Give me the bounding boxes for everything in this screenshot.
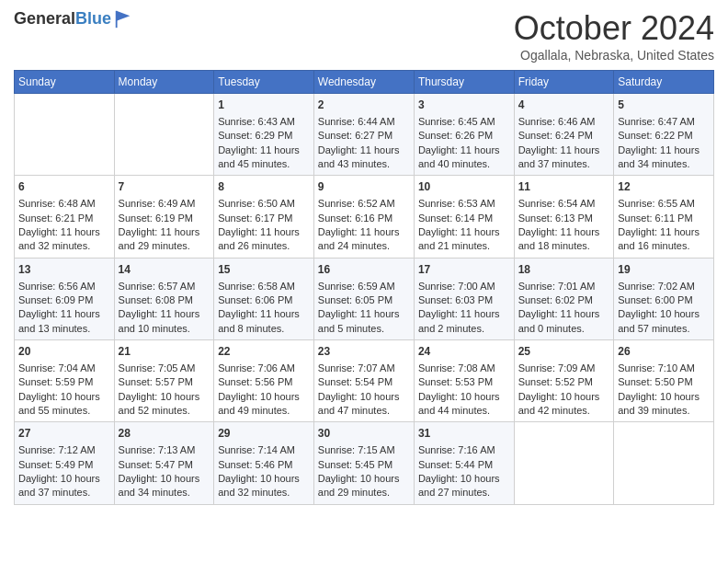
day-number: 26 <box>618 344 710 360</box>
calendar-header-tuesday: Tuesday <box>214 71 314 94</box>
calendar-cell <box>614 422 714 504</box>
day-info: Sunset: 5:53 PM <box>418 375 510 389</box>
day-number: 18 <box>518 262 610 278</box>
day-info: Daylight: 10 hours and 52 minutes. <box>119 390 210 419</box>
month-title: October 2024 <box>514 9 714 48</box>
day-info: Sunset: 6:24 PM <box>518 129 610 143</box>
calendar-cell: 9Sunrise: 6:52 AMSunset: 6:16 PMDaylight… <box>313 176 414 258</box>
day-info: Sunset: 5:49 PM <box>18 458 110 472</box>
calendar-cell: 1Sunrise: 6:43 AMSunset: 6:29 PMDaylight… <box>214 94 314 176</box>
day-info: Daylight: 10 hours and 34 minutes. <box>119 472 210 500</box>
day-info: Sunset: 5:46 PM <box>218 458 310 472</box>
day-number: 8 <box>218 179 310 195</box>
day-info: Sunset: 5:54 PM <box>318 375 410 389</box>
day-info: Daylight: 11 hours and 8 minutes. <box>218 307 310 336</box>
day-info: Sunset: 6:11 PM <box>618 212 710 225</box>
day-info: Sunrise: 6:58 AM <box>218 280 310 293</box>
calendar-cell: 19Sunrise: 7:02 AMSunset: 6:00 PMDayligh… <box>614 258 714 339</box>
day-info: Daylight: 10 hours and 37 minutes. <box>18 472 110 500</box>
day-info: Sunset: 6:27 PM <box>318 129 410 143</box>
calendar-cell: 16Sunrise: 6:59 AMSunset: 6:05 PMDayligh… <box>313 258 414 339</box>
calendar-week-row: 27Sunrise: 7:12 AMSunset: 5:49 PMDayligh… <box>15 422 714 504</box>
day-info: Sunrise: 6:54 AM <box>518 197 610 211</box>
calendar-cell <box>114 94 214 176</box>
day-number: 15 <box>218 262 310 278</box>
calendar-cell: 18Sunrise: 7:01 AMSunset: 6:02 PMDayligh… <box>514 258 614 339</box>
calendar-cell: 2Sunrise: 6:44 AMSunset: 6:27 PMDaylight… <box>313 94 414 176</box>
day-info: Sunrise: 7:16 AM <box>418 443 510 457</box>
day-info: Sunset: 5:59 PM <box>18 375 110 389</box>
calendar-cell: 13Sunrise: 6:56 AMSunset: 6:09 PMDayligh… <box>15 258 115 339</box>
day-info: Daylight: 10 hours and 42 minutes. <box>518 390 610 419</box>
day-number: 5 <box>618 98 710 113</box>
day-info: Sunrise: 7:07 AM <box>318 362 410 375</box>
calendar-cell: 21Sunrise: 7:05 AMSunset: 5:57 PMDayligh… <box>114 340 214 422</box>
day-info: Sunrise: 7:06 AM <box>218 362 310 375</box>
calendar-cell: 30Sunrise: 7:15 AMSunset: 5:45 PMDayligh… <box>313 422 414 504</box>
calendar-week-row: 13Sunrise: 6:56 AMSunset: 6:09 PMDayligh… <box>15 258 714 339</box>
day-info: Sunrise: 7:05 AM <box>119 362 210 375</box>
day-number: 2 <box>318 98 410 113</box>
day-number: 23 <box>318 344 410 360</box>
day-info: Sunset: 5:57 PM <box>119 375 210 389</box>
day-info: Sunrise: 6:59 AM <box>318 280 410 293</box>
day-info: Sunrise: 6:48 AM <box>18 197 110 211</box>
day-number: 14 <box>119 262 210 278</box>
calendar-cell: 27Sunrise: 7:12 AMSunset: 5:49 PMDayligh… <box>15 422 115 504</box>
calendar-cell: 23Sunrise: 7:07 AMSunset: 5:54 PMDayligh… <box>313 340 414 422</box>
day-info: Daylight: 11 hours and 37 minutes. <box>518 144 610 172</box>
logo: GeneralBlue <box>14 9 133 29</box>
day-info: Daylight: 11 hours and 26 minutes. <box>218 225 310 254</box>
day-info: Daylight: 11 hours and 13 minutes. <box>18 307 110 336</box>
day-info: Sunrise: 6:56 AM <box>18 280 110 293</box>
day-info: Sunrise: 7:10 AM <box>618 362 710 375</box>
day-info: Daylight: 11 hours and 18 minutes. <box>518 225 610 254</box>
day-number: 16 <box>318 262 410 278</box>
day-info: Sunrise: 7:13 AM <box>119 443 210 457</box>
day-number: 17 <box>418 262 510 278</box>
day-info: Daylight: 11 hours and 24 minutes. <box>318 225 410 254</box>
day-info: Sunset: 6:19 PM <box>119 212 210 225</box>
day-info: Sunset: 6:05 PM <box>318 293 410 307</box>
day-info: Daylight: 11 hours and 32 minutes. <box>18 225 110 254</box>
day-info: Daylight: 10 hours and 39 minutes. <box>618 390 710 419</box>
calendar-cell: 15Sunrise: 6:58 AMSunset: 6:06 PMDayligh… <box>214 258 314 339</box>
calendar-cell: 29Sunrise: 7:14 AMSunset: 5:46 PMDayligh… <box>214 422 314 504</box>
day-info: Daylight: 11 hours and 29 minutes. <box>119 225 210 254</box>
calendar-cell: 10Sunrise: 6:53 AMSunset: 6:14 PMDayligh… <box>414 176 514 258</box>
calendar-cell: 3Sunrise: 6:45 AMSunset: 6:26 PMDaylight… <box>414 94 514 176</box>
day-info: Sunrise: 7:09 AM <box>518 362 610 375</box>
day-info: Daylight: 10 hours and 57 minutes. <box>618 307 710 336</box>
location-text: Ogallala, Nebraska, United States <box>514 48 714 63</box>
day-info: Sunset: 6:17 PM <box>218 212 310 225</box>
calendar-header-thursday: Thursday <box>414 71 514 94</box>
calendar-week-row: 20Sunrise: 7:04 AMSunset: 5:59 PMDayligh… <box>15 340 714 422</box>
day-info: Sunset: 5:45 PM <box>318 458 410 472</box>
day-info: Sunrise: 6:44 AM <box>318 115 410 129</box>
calendar-cell: 22Sunrise: 7:06 AMSunset: 5:56 PMDayligh… <box>214 340 314 422</box>
day-info: Sunset: 6:29 PM <box>218 129 310 143</box>
day-info: Sunrise: 6:52 AM <box>318 197 410 211</box>
calendar-cell: 20Sunrise: 7:04 AMSunset: 5:59 PMDayligh… <box>15 340 115 422</box>
calendar-cell: 5Sunrise: 6:47 AMSunset: 6:22 PMDaylight… <box>614 94 714 176</box>
calendar-cell: 11Sunrise: 6:54 AMSunset: 6:13 PMDayligh… <box>514 176 614 258</box>
day-info: Daylight: 11 hours and 34 minutes. <box>618 144 710 172</box>
calendar-cell: 4Sunrise: 6:46 AMSunset: 6:24 PMDaylight… <box>514 94 614 176</box>
calendar-cell: 14Sunrise: 6:57 AMSunset: 6:08 PMDayligh… <box>114 258 214 339</box>
calendar-week-row: 1Sunrise: 6:43 AMSunset: 6:29 PMDaylight… <box>15 94 714 176</box>
day-info: Sunrise: 7:12 AM <box>18 443 110 457</box>
calendar-cell: 28Sunrise: 7:13 AMSunset: 5:47 PMDayligh… <box>114 422 214 504</box>
logo-blue-text: Blue <box>75 9 111 28</box>
page-header: GeneralBlue October 2024 Ogallala, Nebra… <box>14 9 714 63</box>
day-info: Daylight: 11 hours and 43 minutes. <box>318 144 410 172</box>
svg-marker-0 <box>117 11 131 21</box>
day-info: Sunrise: 6:46 AM <box>518 115 610 129</box>
day-info: Sunrise: 6:49 AM <box>119 197 210 211</box>
day-info: Sunrise: 7:00 AM <box>418 280 510 293</box>
day-info: Daylight: 11 hours and 0 minutes. <box>518 307 610 336</box>
calendar-cell: 31Sunrise: 7:16 AMSunset: 5:44 PMDayligh… <box>414 422 514 504</box>
day-number: 27 <box>18 426 110 442</box>
day-number: 13 <box>18 262 110 278</box>
day-info: Sunrise: 6:43 AM <box>218 115 310 129</box>
calendar-header-friday: Friday <box>514 71 614 94</box>
